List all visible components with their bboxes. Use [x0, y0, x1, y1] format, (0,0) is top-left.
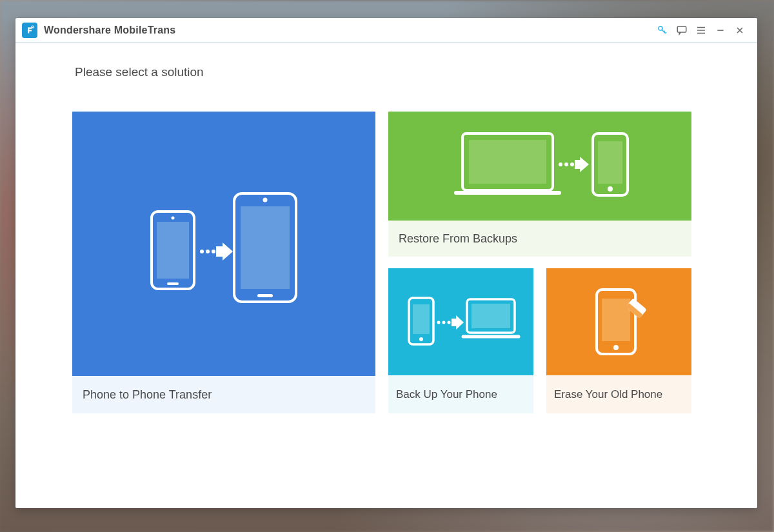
phone-to-phone-icon [72, 112, 375, 376]
solution-grid: Phone to Phone Transfer [72, 112, 691, 413]
card-restore-from-backups[interactable]: Restore From Backups [388, 112, 691, 257]
svg-point-2 [659, 26, 662, 30]
svg-point-28 [447, 321, 450, 324]
svg-point-14 [212, 250, 215, 253]
card-phone-to-phone[interactable]: Phone to Phone Transfer [72, 112, 375, 413]
svg-point-22 [608, 186, 613, 192]
minimize-button[interactable] [712, 22, 729, 39]
titlebar: Wondershare MobileTrans [15, 18, 757, 43]
app-logo-icon [22, 23, 37, 38]
svg-point-19 [570, 163, 574, 166]
feedback-icon[interactable] [673, 22, 690, 39]
card-label: Back Up Your Phone [388, 375, 533, 413]
content-area: Please select a solution [15, 43, 757, 508]
card-back-up-phone[interactable]: Back Up Your Phone [388, 268, 533, 413]
svg-point-13 [206, 250, 210, 253]
svg-rect-16 [469, 140, 546, 184]
svg-point-6 [172, 217, 175, 220]
svg-rect-30 [471, 304, 510, 328]
svg-rect-7 [167, 282, 179, 285]
svg-point-10 [263, 198, 268, 202]
menu-icon[interactable] [693, 22, 710, 39]
svg-rect-3 [677, 26, 686, 32]
svg-point-26 [437, 321, 440, 324]
svg-point-25 [419, 337, 423, 341]
svg-point-17 [559, 163, 562, 166]
svg-point-12 [200, 250, 204, 253]
svg-point-27 [442, 321, 445, 324]
register-key-icon[interactable] [654, 22, 671, 39]
card-label: Phone to Phone Transfer [72, 376, 375, 413]
svg-rect-21 [598, 141, 622, 184]
close-button[interactable] [731, 22, 748, 39]
svg-rect-32 [602, 299, 630, 341]
app-title: Wondershare MobileTrans [44, 25, 175, 36]
backup-icon [388, 268, 533, 375]
small-cards-row: Back Up Your Phone [388, 268, 691, 413]
restore-icon [388, 112, 691, 221]
erase-icon [546, 268, 691, 375]
prompt-text: Please select a solution [75, 65, 700, 79]
svg-rect-9 [241, 206, 290, 289]
svg-rect-5 [157, 222, 189, 279]
card-erase-phone[interactable]: Erase Your Old Phone [546, 268, 691, 413]
svg-point-18 [564, 163, 568, 166]
app-window: Wondershare MobileTrans [15, 18, 757, 508]
card-label: Restore From Backups [388, 221, 691, 257]
card-label: Erase Your Old Phone [546, 375, 691, 413]
svg-point-33 [613, 345, 619, 350]
svg-rect-24 [413, 304, 430, 334]
svg-rect-11 [257, 294, 273, 297]
